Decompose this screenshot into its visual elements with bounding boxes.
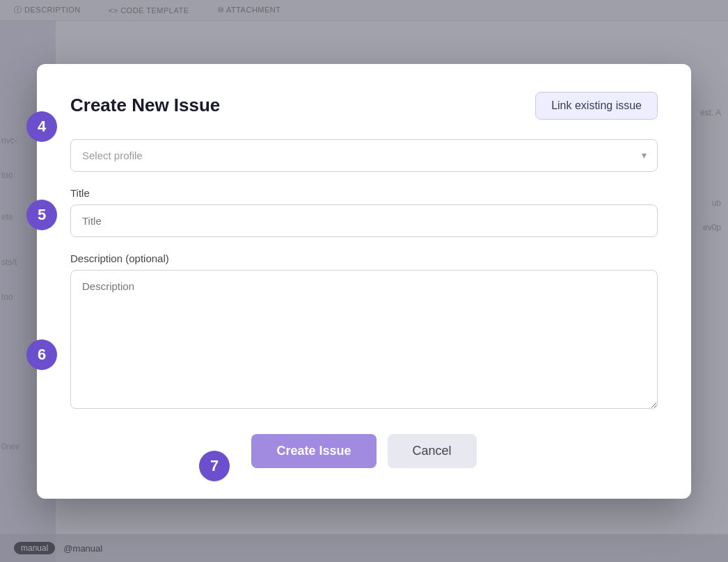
modal-header: Create New Issue Link existing issue <box>70 92 658 120</box>
step-7-indicator: 7 <box>199 451 230 481</box>
modal-footer: Create Issue Cancel <box>70 434 658 468</box>
modal-overlay: 4 5 6 7 Create New Issue Link existing i… <box>0 0 728 562</box>
title-form-group: Title <box>70 187 658 237</box>
select-profile-dropdown[interactable]: Select profile <box>70 139 658 172</box>
description-form-group: Description (optional) <box>70 252 658 412</box>
create-issue-button[interactable]: Create Issue <box>251 434 376 468</box>
cancel-button[interactable]: Cancel <box>388 434 477 468</box>
create-issue-modal: Create New Issue Link existing issue Sel… <box>37 64 691 499</box>
step-4-indicator: 4 <box>26 111 57 142</box>
select-wrapper: Select profile ▾ <box>70 139 658 172</box>
step-6-indicator: 6 <box>26 339 57 370</box>
step-5-indicator: 5 <box>26 200 57 230</box>
title-label: Title <box>70 187 658 199</box>
modal-title: Create New Issue <box>70 95 220 116</box>
description-textarea[interactable] <box>70 270 658 409</box>
title-input[interactable] <box>70 204 658 237</box>
description-label: Description (optional) <box>70 252 658 264</box>
link-existing-issue-button[interactable]: Link existing issue <box>535 92 658 120</box>
profile-form-group: Select profile ▾ <box>70 139 658 172</box>
